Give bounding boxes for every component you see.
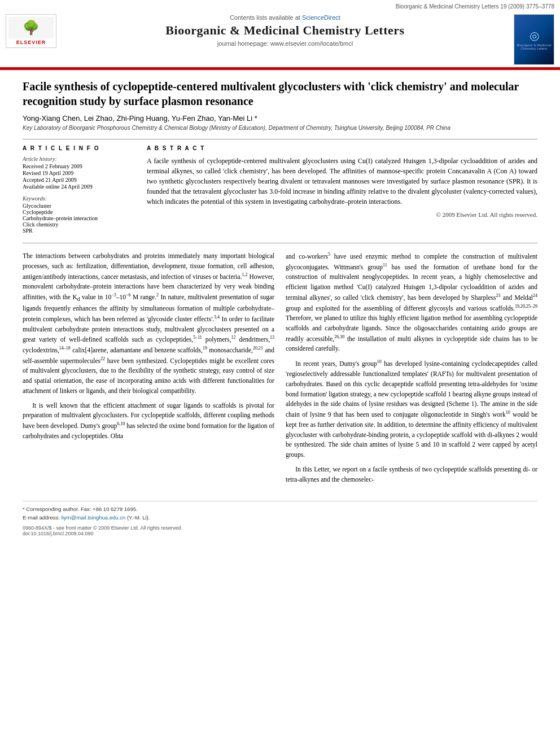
ref-19-29: 19,20,25–29 xyxy=(515,304,537,309)
article-info-heading: A R T I C L E I N F O xyxy=(23,145,135,151)
received-date: Received 2 February 2009 xyxy=(23,163,135,169)
corresponding-label: * Corresponding author. Fax: +86 10 6278… xyxy=(23,506,138,512)
journal-title: Bioorganic & Medicinal Chemistry Letters xyxy=(68,23,502,38)
body-para-2: It is well known that the efficient atta… xyxy=(23,401,274,442)
journal-homepage: journal homepage: www.elsevier.com/locat… xyxy=(68,40,502,47)
ref-5-right: 5 xyxy=(328,252,330,257)
journal-center: Contents lists available at ScienceDirec… xyxy=(56,14,514,47)
affiliation-line: Key Laboratory of Bioorganic Phosphorous… xyxy=(23,125,537,131)
ref-13: 13 xyxy=(270,335,274,340)
footer-bottom: 0960-894X/$ - see front matter © 2009 El… xyxy=(23,525,537,536)
email-note: E-mail address: liym@mail.tsinghua.edu.c… xyxy=(23,514,537,521)
article-footer: * Corresponding author. Fax: +86 10 6278… xyxy=(23,501,537,536)
ref-14-18: 14–18 xyxy=(59,346,71,351)
revised-date: Revised 19 April 2009 xyxy=(23,170,135,176)
authors-line: Yong-Xiang Chen, Lei Zhao, Zhi-Ping Huan… xyxy=(23,114,537,123)
article-body: Facile synthesis of cyclopeptide-centere… xyxy=(0,70,560,548)
sciencedirect-label: Contents lists available at ScienceDirec… xyxy=(68,14,502,21)
ref-11-right: 11 xyxy=(383,263,387,268)
ref-2: 2 xyxy=(156,292,159,298)
citation-text: Bioorganic & Medicinal Chemistry Letters… xyxy=(396,3,554,10)
author-names: Yong-Xiang Chen, Lei Zhao, Zhi-Ping Huan… xyxy=(23,114,257,123)
body-para-3: and co-workers5 have used enzymic method… xyxy=(286,251,537,354)
abstract-text: A facile synthesis of cyclopeptide-cente… xyxy=(147,156,537,207)
history-label: Article history: xyxy=(23,156,135,162)
ref-1-2: 1,2 xyxy=(242,272,248,277)
copyright-line: © 2009 Elsevier Ltd. All rights reserved… xyxy=(147,211,537,218)
body-text-right: and co-workers5 have used enzymic method… xyxy=(286,251,537,485)
exp-minus6: −6 xyxy=(126,292,131,298)
keyword-3: Carbohydrate–protein interaction xyxy=(23,215,135,221)
keyword-2: Cyclopeptide xyxy=(23,209,135,215)
ref-23: 23 xyxy=(496,293,500,298)
ref-26-30: 26,30 xyxy=(334,334,344,339)
column-right: and co-workers5 have used enzymic method… xyxy=(286,251,537,490)
abstract-heading: A B S T R A C T xyxy=(147,145,537,151)
exp-minus3: −3 xyxy=(111,292,116,298)
elsevier-tree-icon: 🌳 xyxy=(23,20,40,36)
keywords-section: Keywords: Glycocluster Cyclopeptide Carb… xyxy=(23,195,135,234)
journal-header: Bioorganic & Medicinal Chemistry Letters… xyxy=(0,0,560,68)
email-link[interactable]: liym@mail.tsinghua.edu.cn xyxy=(62,514,126,521)
cover-spiral-icon: ◎ xyxy=(516,29,552,42)
ref-22: 22 xyxy=(100,356,105,361)
email-label: E-mail address: xyxy=(23,514,60,521)
cover-title-label: Bioorganic & Medicinal Chemistry Letters xyxy=(516,43,552,50)
journal-top-bar: 🌳 ELSEVIER Contents lists available at S… xyxy=(0,11,560,65)
abstract-section: A B S T R A C T A facile synthesis of cy… xyxy=(147,145,537,234)
ref-24: 24 xyxy=(533,293,537,298)
body-para-1: The interactions between carbohydrates a… xyxy=(23,251,274,396)
keyword-4: Click chemistry xyxy=(23,221,135,228)
main-columns: The interactions between carbohydrates a… xyxy=(23,243,537,490)
email-suffix: (Y.-M. Li). xyxy=(127,514,150,521)
sciencedirect-link[interactable]: ScienceDirect xyxy=(302,14,340,21)
ref-3-4: 3,4 xyxy=(214,314,220,320)
ref-6-10: 6,10 xyxy=(117,421,125,426)
elsevier-logo: 🌳 ELSEVIER xyxy=(6,14,56,48)
ref-10-singh: 10 xyxy=(506,410,510,415)
issn-line: 0960-894X/$ - see front matter © 2009 El… xyxy=(23,525,537,531)
available-date: Available online 24 April 2009 xyxy=(23,184,135,190)
corresponding-note: * Corresponding author. Fax: +86 10 6278… xyxy=(23,506,537,512)
body-para-4: In recent years, Dumy's group10 has deve… xyxy=(286,359,537,460)
article-title: Facile synthesis of cyclopeptide-centere… xyxy=(23,79,537,108)
body-para-5: In this Letter, we report on a facile sy… xyxy=(286,465,537,485)
kd-subscript: d xyxy=(77,296,80,302)
doi-line: doi:10.1016/j.bmcl.2009.04.090 xyxy=(23,531,537,536)
keyword-5: SPR xyxy=(23,228,135,234)
ref-10-right: 10 xyxy=(377,359,382,364)
body-text-left: The interactions between carbohydrates a… xyxy=(23,251,274,442)
keywords-heading: Keywords: xyxy=(23,195,135,202)
keyword-1: Glycocluster xyxy=(23,203,135,209)
elsevier-brand-label: ELSEVIER xyxy=(16,40,46,45)
journal-cover-image: ◎ Bioorganic & Medicinal Chemistry Lette… xyxy=(514,14,554,65)
ref-19: 19 xyxy=(203,346,207,351)
accepted-date: Accepted 21 April 2009 xyxy=(23,177,135,183)
article-info-section: A R T I C L E I N F O Article history: R… xyxy=(23,145,135,234)
ref-20-21: 20,21 xyxy=(253,346,263,351)
article-meta: A R T I C L E I N F O Article history: R… xyxy=(23,139,537,234)
column-left: The interactions between carbohydrates a… xyxy=(23,251,274,490)
ref-12: 12 xyxy=(231,335,235,340)
ref-5-11: 5–11 xyxy=(193,335,202,340)
